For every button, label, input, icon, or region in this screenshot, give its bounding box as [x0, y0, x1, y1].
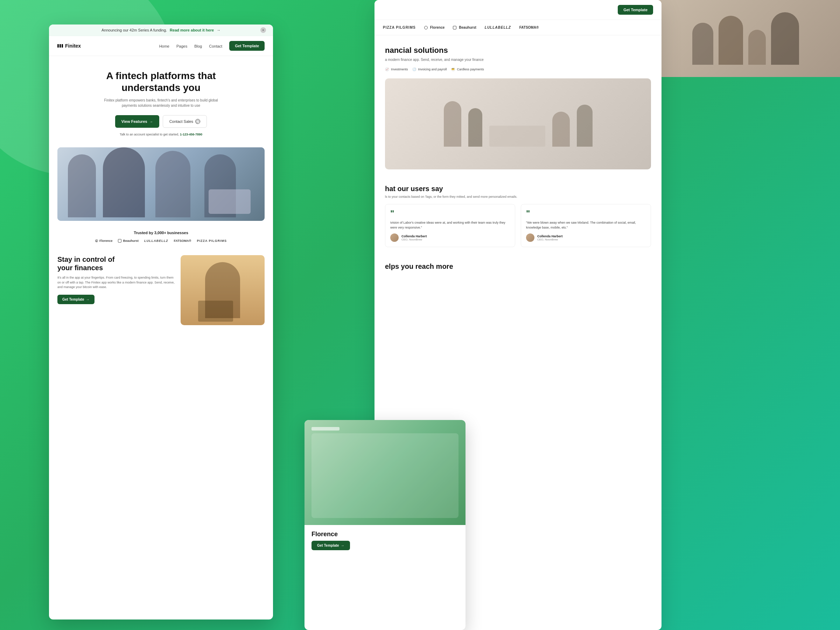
logo-lullabellz: LULLABELLZ [144, 239, 168, 243]
finances-text: Stay in control of your finances It's al… [57, 255, 175, 304]
chat-icon: 💬 [195, 119, 200, 124]
fin-solutions-image [385, 78, 651, 169]
finances-section: Stay in control of your finances It's al… [49, 248, 273, 332]
beauhurst-icon [118, 239, 122, 243]
laptop-silhouette [208, 189, 251, 214]
author-name-2: Collenda Harbert [537, 235, 563, 238]
trusted-section: Trusted by 3,000+ businesses Florence Be… [49, 225, 273, 248]
nav: Finitex Home Pages Blog Contact Get Temp… [49, 36, 273, 56]
ticker-fatsoma: FATSOMA® [519, 25, 539, 29]
florence-icon [95, 239, 98, 242]
team-photo [651, 0, 840, 77]
announcement-link[interactable]: Read more about it here [170, 28, 214, 32]
testimonial-author-2: Collenda Harbert CEO, NoonBrew [526, 234, 646, 242]
finances-description: It's all in the app at your fingertips. … [57, 275, 175, 290]
nav-contact[interactable]: Contact [209, 44, 222, 48]
logo-fatsoma: FATSOMA® [174, 239, 191, 243]
author-role-2: CEO, NoonBrew [537, 238, 563, 241]
ticker-beauhurst: Beauhurst [453, 25, 476, 29]
quote-mark-2: " [526, 209, 646, 218]
author-name-1: Collenda Harbert [401, 235, 427, 238]
testimonials-grid: " ivision of Labor's creative ideas were… [385, 204, 651, 247]
office-person-2 [468, 108, 482, 147]
reach-section: elps you reach more [374, 256, 662, 278]
laptop-on-lap [198, 301, 233, 322]
person-2-silhouette [103, 147, 145, 217]
person-photo [181, 255, 265, 325]
right-panel: Get Template PIZZA PILGRIMS Florence Bea… [305, 0, 840, 630]
right-nav: Get Template [374, 0, 662, 20]
nav-home[interactable]: Home [159, 44, 169, 48]
announcement-text: Announcing our 42m Series A funding. [101, 28, 167, 32]
office-person-4 [577, 105, 592, 147]
nav-blog[interactable]: Blog [194, 44, 202, 48]
logo-icon [57, 44, 63, 47]
hero-headline: A fintech platforms that understands you [57, 70, 265, 93]
ticker-florence: Florence [424, 25, 445, 29]
right-nav-cta-button[interactable]: Get Template [618, 5, 653, 15]
fin-solutions-headline: nancial solutions [385, 46, 651, 55]
nav-pages[interactable]: Pages [177, 44, 187, 48]
arrow-icon: → [86, 297, 90, 302]
hero-section: A fintech platforms that understands you… [49, 56, 273, 143]
hero-photo [57, 147, 265, 221]
get-template-button[interactable]: Get Template → [57, 295, 95, 304]
quote-mark-1: " [390, 209, 510, 218]
contact-sales-button[interactable]: Contact Sales 💬 [163, 115, 207, 128]
testimonials-headline: hat our users say [385, 185, 651, 193]
announcement-close[interactable]: × [261, 27, 266, 33]
reach-headline: elps you reach more [385, 262, 651, 270]
hero-image [57, 147, 265, 221]
team-person-4 [771, 12, 799, 65]
feature-pills: 📈 Investments 📄 Invoicing and payroll 💳 … [385, 67, 651, 71]
office-person-3 [552, 112, 570, 147]
testimonial-text-1: ivision of Labor's creative ideas were a… [390, 221, 510, 230]
cardless-icon: 💳 [451, 67, 455, 71]
logo-text: Finitex [65, 43, 81, 49]
office-person-1 [444, 101, 461, 147]
top-right-photo [651, 0, 840, 77]
ticker-pizza: PIZZA PILGRIMS [383, 25, 416, 29]
florence-preview [305, 420, 466, 525]
team-silhouettes [685, 5, 806, 72]
arrow-icon: → [150, 120, 153, 123]
hero-buttons: View Features → Contact Sales 💬 [57, 115, 265, 128]
author-avatar-1 [390, 234, 399, 242]
beauhurst-box-icon [453, 26, 456, 29]
team-person-1 [692, 23, 713, 65]
arrow-icon: → [341, 543, 344, 547]
nav-links: Home Pages Blog Contact [159, 43, 223, 49]
nav-get-template-button[interactable]: Get Template [229, 41, 265, 51]
florence-card-image [305, 420, 466, 525]
logo-beauhurst: Beauhurst [118, 239, 139, 243]
florence-card-content: Florence Get Template → [305, 525, 466, 556]
author-avatar-2 [526, 234, 534, 242]
announcement-bar: Announcing our 42m Series A funding. Rea… [49, 25, 273, 36]
florence-content-area [311, 433, 458, 518]
florence-nav-bar [311, 427, 339, 431]
author-role-1: CEO, NoonBrew [401, 238, 427, 241]
testimonial-author-1: Collenda Harbert CEO, NoonBrew [390, 234, 510, 242]
invoicing-icon: 📄 [412, 67, 417, 71]
florence-get-template-button[interactable]: Get Template → [311, 541, 350, 550]
hero-phone: Talk to an account specialist to get sta… [57, 133, 265, 136]
office-table [489, 126, 545, 147]
hero-description: Finitex platform empowers banks, fintech… [98, 98, 224, 108]
view-features-button[interactable]: View Features → [115, 115, 159, 128]
testimonial-card-1: " ivision of Labor's creative ideas were… [385, 204, 515, 247]
pill-cardless: 💳 Cardless payments [451, 67, 484, 71]
trusted-title: Trusted by 3,000+ businesses [57, 231, 265, 235]
testimonials-subtext: ls to your contacts based on Tags, or th… [385, 195, 651, 199]
trusted-logos: Florence Beauhurst LULLABELLZ FATSOMA® P… [57, 239, 265, 243]
team-person-2 [718, 16, 743, 65]
florence-card: Florence Get Template → [305, 420, 466, 630]
phone-link[interactable]: 1-123-456-7890 [180, 133, 202, 136]
team-person-3 [748, 30, 766, 65]
logo-ticker: PIZZA PILGRIMS Florence Beauhurst LULLAB… [374, 20, 662, 35]
testimonials-section: hat our users say ls to your contacts ba… [374, 177, 662, 256]
financial-solutions-section: nancial solutions a modern finance app. … [374, 35, 662, 177]
logo-florence: Florence [95, 239, 113, 243]
author-info-1: Collenda Harbert CEO, NoonBrew [401, 235, 427, 241]
nav-logo: Finitex [57, 43, 81, 49]
testimonial-card-2: " "We were blown away when we saw Mixlan… [521, 204, 651, 247]
